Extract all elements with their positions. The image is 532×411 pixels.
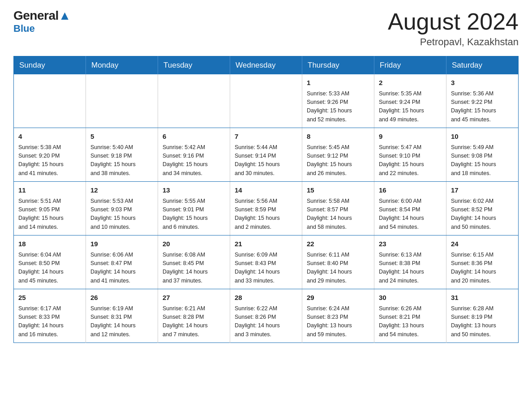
- col-thursday: Thursday: [302, 56, 374, 75]
- day-number: 5: [90, 132, 153, 142]
- calendar-cell: [230, 74, 302, 128]
- day-info: Sunrise: 6:21 AMSunset: 8:28 PMDaylight:…: [163, 304, 225, 339]
- calendar-cell: [86, 74, 158, 128]
- calendar-cell: 30Sunrise: 6:26 AMSunset: 8:21 PMDayligh…: [374, 289, 446, 343]
- calendar-cell: 15Sunrise: 5:58 AMSunset: 8:57 PMDayligh…: [302, 182, 374, 235]
- day-info: Sunrise: 6:28 AMSunset: 8:19 PMDaylight:…: [451, 304, 514, 339]
- calendar-cell: 12Sunrise: 5:53 AMSunset: 9:03 PMDayligh…: [86, 182, 158, 235]
- day-info: Sunrise: 6:17 AMSunset: 8:33 PMDaylight:…: [18, 304, 81, 339]
- day-number: 12: [90, 185, 153, 196]
- calendar-cell: 3Sunrise: 5:36 AMSunset: 9:22 PMDaylight…: [446, 74, 519, 128]
- calendar-cell: 7Sunrise: 5:44 AMSunset: 9:14 PMDaylight…: [230, 128, 302, 182]
- calendar-cell: 23Sunrise: 6:13 AMSunset: 8:38 PMDayligh…: [374, 235, 446, 289]
- day-number: 18: [18, 239, 81, 249]
- day-number: 27: [163, 293, 225, 303]
- day-info: Sunrise: 5:42 AMSunset: 9:16 PMDaylight:…: [163, 143, 225, 178]
- day-info: Sunrise: 5:40 AMSunset: 9:18 PMDaylight:…: [90, 143, 153, 178]
- calendar-cell: 10Sunrise: 5:49 AMSunset: 9:08 PMDayligh…: [446, 128, 519, 182]
- day-info: Sunrise: 6:06 AMSunset: 8:47 PMDaylight:…: [90, 251, 153, 286]
- day-number: 15: [307, 185, 369, 196]
- day-number: 3: [451, 78, 514, 88]
- day-number: 1: [307, 78, 369, 88]
- calendar-week-row: 1Sunrise: 5:33 AMSunset: 9:26 PMDaylight…: [14, 74, 519, 128]
- col-sunday: Sunday: [14, 56, 86, 75]
- calendar-cell: [14, 74, 86, 128]
- calendar-cell: 18Sunrise: 6:04 AMSunset: 8:50 PMDayligh…: [14, 235, 86, 289]
- day-number: 21: [235, 239, 297, 249]
- calendar-week-row: 25Sunrise: 6:17 AMSunset: 8:33 PMDayligh…: [14, 289, 519, 343]
- day-number: 29: [307, 293, 369, 303]
- calendar-cell: 2Sunrise: 5:35 AMSunset: 9:24 PMDaylight…: [374, 74, 446, 128]
- month-year-title: August 2024: [388, 9, 519, 34]
- day-info: Sunrise: 6:02 AMSunset: 8:52 PMDaylight:…: [451, 197, 514, 232]
- day-info: Sunrise: 6:04 AMSunset: 8:50 PMDaylight:…: [18, 251, 81, 286]
- calendar-cell: 4Sunrise: 5:38 AMSunset: 9:20 PMDaylight…: [14, 128, 86, 182]
- day-info: Sunrise: 5:44 AMSunset: 9:14 PMDaylight:…: [235, 143, 297, 178]
- col-friday: Friday: [374, 56, 446, 75]
- title-area: August 2024 Petropavl, Kazakhstan: [388, 9, 519, 48]
- day-number: 4: [18, 132, 81, 142]
- day-number: 25: [18, 293, 81, 303]
- col-saturday: Saturday: [446, 56, 519, 75]
- day-number: 14: [235, 185, 297, 196]
- day-info: Sunrise: 6:22 AMSunset: 8:26 PMDaylight:…: [235, 304, 297, 339]
- day-info: Sunrise: 5:55 AMSunset: 9:01 PMDaylight:…: [163, 197, 225, 232]
- logo: General▲ Blue: [13, 9, 71, 34]
- calendar-cell: 17Sunrise: 6:02 AMSunset: 8:52 PMDayligh…: [446, 182, 519, 235]
- calendar-week-row: 18Sunrise: 6:04 AMSunset: 8:50 PMDayligh…: [14, 235, 519, 289]
- day-number: 9: [379, 132, 442, 142]
- day-number: 28: [235, 293, 297, 303]
- day-number: 20: [163, 239, 225, 249]
- calendar-cell: [158, 74, 230, 128]
- col-tuesday: Tuesday: [158, 56, 230, 75]
- day-info: Sunrise: 5:53 AMSunset: 9:03 PMDaylight:…: [90, 197, 153, 232]
- day-info: Sunrise: 5:51 AMSunset: 9:05 PMDaylight:…: [18, 197, 81, 232]
- calendar-cell: 21Sunrise: 6:09 AMSunset: 8:43 PMDayligh…: [230, 235, 302, 289]
- day-info: Sunrise: 5:45 AMSunset: 9:12 PMDaylight:…: [307, 143, 369, 178]
- day-number: 10: [451, 132, 514, 142]
- calendar-cell: 20Sunrise: 6:08 AMSunset: 8:45 PMDayligh…: [158, 235, 230, 289]
- day-info: Sunrise: 6:00 AMSunset: 8:54 PMDaylight:…: [379, 197, 442, 232]
- day-info: Sunrise: 6:08 AMSunset: 8:45 PMDaylight:…: [163, 251, 225, 286]
- calendar-cell: 29Sunrise: 6:24 AMSunset: 8:23 PMDayligh…: [302, 289, 374, 343]
- day-number: 13: [163, 185, 225, 196]
- day-info: Sunrise: 5:33 AMSunset: 9:26 PMDaylight:…: [307, 90, 369, 124]
- day-number: 31: [451, 293, 514, 303]
- col-monday: Monday: [86, 56, 158, 75]
- calendar-cell: 31Sunrise: 6:28 AMSunset: 8:19 PMDayligh…: [446, 289, 519, 343]
- days-of-week-row: Sunday Monday Tuesday Wednesday Thursday…: [14, 56, 519, 75]
- location-title: Petropavl, Kazakhstan: [388, 36, 519, 48]
- logo-blue: Blue: [13, 23, 35, 34]
- col-wednesday: Wednesday: [230, 56, 302, 75]
- day-info: Sunrise: 5:49 AMSunset: 9:08 PMDaylight:…: [451, 143, 514, 178]
- calendar-cell: 1Sunrise: 5:33 AMSunset: 9:26 PMDaylight…: [302, 74, 374, 128]
- calendar-cell: 11Sunrise: 5:51 AMSunset: 9:05 PMDayligh…: [14, 182, 86, 235]
- day-number: 22: [307, 239, 369, 249]
- calendar-cell: 28Sunrise: 6:22 AMSunset: 8:26 PMDayligh…: [230, 289, 302, 343]
- day-number: 2: [379, 78, 442, 88]
- calendar-cell: 26Sunrise: 6:19 AMSunset: 8:31 PMDayligh…: [86, 289, 158, 343]
- header: General▲ Blue August 2024 Petropavl, Kaz…: [13, 9, 519, 48]
- day-number: 16: [379, 185, 442, 196]
- calendar-cell: 27Sunrise: 6:21 AMSunset: 8:28 PMDayligh…: [158, 289, 230, 343]
- calendar-cell: 25Sunrise: 6:17 AMSunset: 8:33 PMDayligh…: [14, 289, 86, 343]
- calendar-cell: 22Sunrise: 6:11 AMSunset: 8:40 PMDayligh…: [302, 235, 374, 289]
- day-number: 7: [235, 132, 297, 142]
- logo-general: General▲: [13, 9, 71, 23]
- calendar-cell: 6Sunrise: 5:42 AMSunset: 9:16 PMDaylight…: [158, 128, 230, 182]
- calendar-cell: 9Sunrise: 5:47 AMSunset: 9:10 PMDaylight…: [374, 128, 446, 182]
- calendar-cell: 24Sunrise: 6:15 AMSunset: 8:36 PMDayligh…: [446, 235, 519, 289]
- calendar-table: Sunday Monday Tuesday Wednesday Thursday…: [13, 56, 519, 343]
- calendar-cell: 14Sunrise: 5:56 AMSunset: 8:59 PMDayligh…: [230, 182, 302, 235]
- day-number: 8: [307, 132, 369, 142]
- calendar-cell: 19Sunrise: 6:06 AMSunset: 8:47 PMDayligh…: [86, 235, 158, 289]
- day-number: 19: [90, 239, 153, 249]
- day-number: 26: [90, 293, 153, 303]
- day-info: Sunrise: 6:11 AMSunset: 8:40 PMDaylight:…: [307, 251, 369, 286]
- day-info: Sunrise: 5:56 AMSunset: 8:59 PMDaylight:…: [235, 197, 297, 232]
- day-number: 6: [163, 132, 225, 142]
- day-info: Sunrise: 5:58 AMSunset: 8:57 PMDaylight:…: [307, 197, 369, 232]
- day-info: Sunrise: 6:15 AMSunset: 8:36 PMDaylight:…: [451, 251, 514, 286]
- day-info: Sunrise: 5:47 AMSunset: 9:10 PMDaylight:…: [379, 143, 442, 178]
- day-info: Sunrise: 6:19 AMSunset: 8:31 PMDaylight:…: [90, 304, 153, 339]
